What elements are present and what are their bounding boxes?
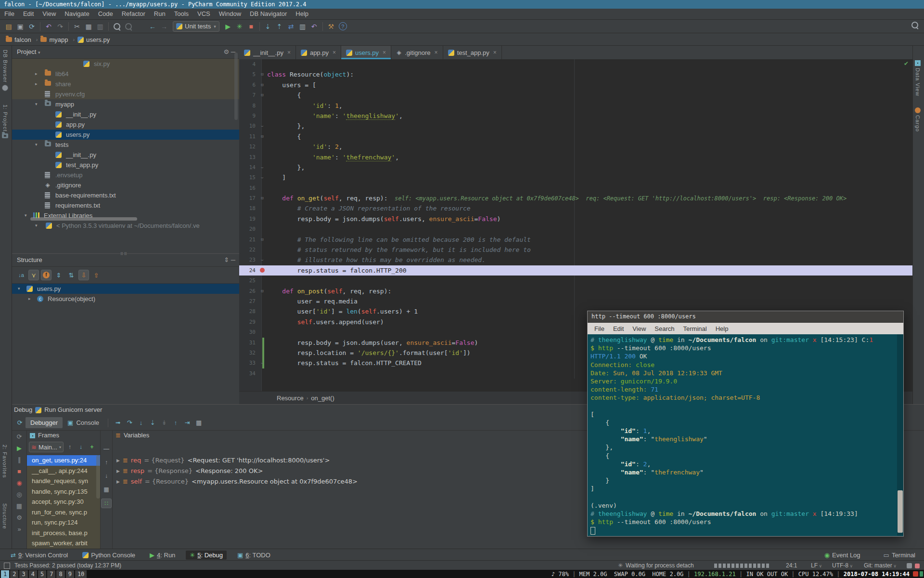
frame-item[interactable]: run, sync.py:124 [27, 517, 100, 528]
frame-item[interactable]: accept, sync.py:30 [27, 497, 100, 507]
editor-tab-test-app-py[interactable]: test_app.py× [443, 46, 502, 59]
tree-item[interactable]: ▾myapp [12, 99, 239, 109]
find-icon[interactable] [111, 21, 123, 32]
terminal-menu-search[interactable]: Search [651, 325, 678, 332]
tool-window-button-event-log[interactable]: ◉Event Log [821, 551, 864, 560]
sidebar-tab-structure[interactable]: Structure [2, 503, 8, 529]
autoscroll-from-source-icon[interactable]: ⇧ [91, 270, 102, 280]
tree-expand-icon[interactable]: ▾ [18, 284, 20, 294]
step-into-icon[interactable]: ↓ [135, 418, 147, 428]
tmux-window-10[interactable]: 10 [75, 570, 87, 578]
rerun-icon[interactable]: ⟳ [14, 418, 26, 428]
save-icon[interactable]: ▣ [14, 21, 26, 32]
sidebar-tab-favorites[interactable]: 2: Favorites [2, 445, 8, 478]
tool-window-button-todo[interactable]: ▣6: TODO [233, 551, 274, 560]
editor-tab-users-py[interactable]: users.py× [341, 46, 391, 59]
line-ending-selector[interactable]: LF ∨ [811, 561, 822, 571]
tree-item[interactable]: base-requirements.txt [12, 190, 239, 200]
show-fields-icon[interactable]: f [41, 270, 51, 280]
frame-item[interactable]: run_for_one, sync.p [27, 507, 100, 518]
code-line[interactable]: 26⊟ def on_post(self, req, resp): [239, 286, 912, 296]
code-line[interactable]: 7⊟ { [239, 90, 912, 100]
view-breakpoints-icon[interactable]: ◉ [16, 479, 22, 486]
changes-icon[interactable]: ▥ [297, 21, 308, 32]
threads-view-icon[interactable]: ∷ [101, 499, 112, 508]
menu-tools[interactable]: Tools [170, 9, 193, 19]
autoscroll-to-source-icon[interactable]: ⇩ [78, 270, 89, 280]
edit-config-icon[interactable]: ⚒ [325, 21, 337, 32]
tree-item[interactable]: test_app.py [12, 160, 239, 170]
resume-icon[interactable]: ▶ [17, 445, 22, 452]
tmux-window-1[interactable]: 1 [1, 570, 9, 578]
code-line[interactable]: 6⊟ users = [ [239, 80, 912, 90]
forward-icon[interactable]: → [158, 21, 170, 32]
filter-frames-icon[interactable]: + [87, 443, 97, 451]
debug-tab-console[interactable]: ▣Console [63, 417, 104, 428]
tmux-window-9[interactable]: 9 [66, 570, 74, 578]
collapse-all-icon[interactable]: ⇅ [66, 270, 77, 280]
step-into-my-code-icon[interactable]: ⇣ [147, 418, 158, 428]
mute-breakpoints-icon[interactable]: ◎ [16, 491, 22, 498]
terminal-menu-help[interactable]: Help [712, 325, 732, 332]
copy-icon[interactable]: ▦ [83, 21, 94, 32]
code-line[interactable]: 22 # status returned by the framework, b… [239, 245, 912, 255]
code-line[interactable]: 11⊟ { [239, 131, 912, 142]
help-icon[interactable]: ? [339, 22, 347, 30]
menu-window[interactable]: Window [215, 9, 245, 19]
run-config-combo[interactable]: Unit tests▾ [173, 21, 219, 32]
tool-window-button-debug[interactable]: ✳5: Debug [186, 551, 227, 560]
tree-expand-icon[interactable]: ▾ [35, 99, 38, 109]
redo-icon[interactable]: ↷ [54, 21, 66, 32]
step-over-icon[interactable]: ↷ [124, 418, 135, 428]
tmux-window-7[interactable]: 7 [47, 570, 55, 578]
tree-item[interactable]: __init__.py [12, 150, 239, 160]
terminal-menu-edit[interactable]: Edit [609, 325, 628, 332]
structure-panel-header[interactable]: Structure ⇕ ─ [12, 254, 239, 267]
restore-layout-icon[interactable]: ▦ [16, 502, 22, 510]
close-tab-icon[interactable]: × [333, 49, 336, 56]
settings-icon[interactable]: ⚙ [16, 514, 22, 521]
editor-tab--gitignore[interactable]: ◈.gitignore× [391, 46, 443, 59]
step-out-icon[interactable]: ↑ [170, 418, 181, 428]
tool-window-button-terminal[interactable]: ▭Terminal [880, 551, 919, 560]
show-execution-point-icon[interactable]: ➟ [112, 418, 124, 428]
evaluate-expression-icon[interactable]: ▦ [193, 418, 205, 428]
sort-alpha-icon[interactable]: ↓a [16, 270, 26, 280]
paste-icon[interactable]: ▥ [94, 21, 106, 32]
code-line[interactable]: 19 resp.body = json.dumps(self.users, en… [239, 214, 912, 224]
tree-item[interactable]: ◈.gitignore [12, 180, 239, 190]
menu-edit[interactable]: Edit [19, 9, 38, 19]
rollback-icon[interactable]: ↶ [308, 21, 320, 32]
code-line[interactable]: 23⌣ # illustrate how this may be overrid… [239, 255, 912, 265]
code-line[interactable]: 5⊟class Resource(object): [239, 69, 912, 79]
run-to-cursor-icon[interactable]: ⇥ [181, 418, 193, 428]
project-scrollbar[interactable] [234, 53, 238, 120]
tree-item[interactable]: pyvenv.cfg [12, 89, 239, 99]
breadcrumb-class[interactable]: Resource [277, 394, 304, 402]
pause-icon[interactable]: ∥ [18, 456, 21, 463]
code-line[interactable]: 13 'name': 'thefrenchway', [239, 152, 912, 162]
code-line[interactable]: 17⊟ def on_get(self, req, resp): self: <… [239, 193, 912, 203]
encoding-selector[interactable]: UTF-8 ∨ [832, 561, 853, 571]
code-line[interactable]: 10⌣ }, [239, 121, 912, 131]
frames-scrollbar[interactable] [96, 455, 100, 499]
tmux-window-4[interactable]: 4 [29, 570, 37, 578]
code-line[interactable]: 18 # Create a JSON representation of the… [239, 203, 912, 213]
menu-run[interactable]: Run [150, 9, 170, 19]
code-line[interactable]: 24 resp.status = falcon.HTTP_200 [239, 265, 912, 276]
tree-item[interactable]: requirements.txt [12, 200, 239, 210]
code-line[interactable]: 9 'name': 'theenglishway', [239, 111, 912, 121]
terminal-window[interactable]: http --timeout 600 :8000/users FileEditV… [587, 311, 904, 537]
frame-item[interactable]: on_get, users.py:24 [27, 455, 100, 466]
frame-item[interactable]: handle, sync.py:135 [27, 486, 100, 497]
project-scrollbar-horizontal[interactable] [30, 217, 137, 221]
code-line[interactable]: 25 [239, 276, 912, 286]
tree-item[interactable]: ▸lib64 [12, 69, 239, 79]
close-tab-icon[interactable]: × [493, 49, 497, 56]
cut-icon[interactable]: ✂ [71, 21, 83, 32]
expand-icon[interactable]: ▶ [116, 455, 120, 466]
status-grid-icon[interactable] [4, 563, 10, 569]
tree-expand-icon[interactable]: ▾ [25, 210, 27, 221]
undo-icon[interactable]: ↶ [43, 21, 54, 32]
frame-item[interactable]: __call__, api.py:244 [27, 466, 100, 476]
